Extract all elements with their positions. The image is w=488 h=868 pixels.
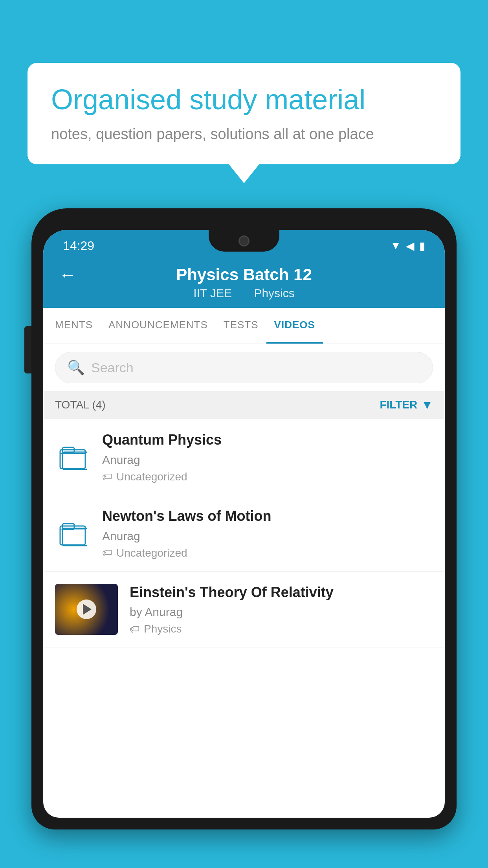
video-tag: 🏷 Uncategorized: [102, 547, 433, 559]
signal-icon: ◀: [406, 239, 415, 252]
list-item[interactable]: Newton's Laws of Motion Anurag 🏷 Uncateg…: [43, 495, 445, 572]
svg-rect-4: [62, 528, 87, 546]
tab-tests[interactable]: TESTS: [216, 308, 266, 344]
tab-announcements[interactable]: ANNOUNCEMENTS: [101, 308, 216, 344]
back-button[interactable]: ←: [59, 265, 76, 285]
video-list: Quantum Physics Anurag 🏷 Uncategorized: [43, 419, 445, 647]
speech-bubble: Organised study material notes, question…: [28, 63, 460, 164]
header-subtitle-iit: IIT JEE: [193, 287, 232, 300]
status-icons: ▼ ◀ ▮: [390, 239, 425, 252]
phone-wrapper: 14:29 ▼ ◀ ▮ ← Physics Batch 12 IIT JEE P…: [31, 208, 457, 868]
phone-frame: 14:29 ▼ ◀ ▮ ← Physics Batch 12 IIT JEE P…: [31, 208, 457, 829]
video-tag: 🏷 Physics: [130, 623, 433, 635]
wifi-icon: ▼: [390, 239, 401, 252]
speech-bubble-container: Organised study material notes, question…: [28, 63, 460, 164]
video-thumbnail: [55, 584, 118, 635]
tag-icon: 🏷: [102, 471, 112, 483]
tag-label: Physics: [144, 623, 182, 635]
tag-icon: 🏷: [130, 623, 140, 635]
filter-icon: ▼: [421, 398, 433, 412]
list-item[interactable]: Quantum Physics Anurag 🏷 Uncategorized: [43, 419, 445, 495]
thumbnail-bg: [55, 584, 118, 635]
video-title: Einstein's Theory Of Relativity: [130, 583, 433, 602]
video-info: Einstein's Theory Of Relativity by Anura…: [130, 583, 433, 636]
folder-icon-wrapper: [55, 437, 90, 476]
header-subtitle-physics: Physics: [254, 287, 294, 300]
tab-videos[interactable]: VIDEOS: [266, 308, 323, 344]
tab-ments[interactable]: MENTS: [47, 308, 101, 344]
video-author: by Anurag: [130, 605, 433, 619]
filter-button[interactable]: FILTER ▼: [380, 398, 433, 412]
tag-label: Uncategorized: [116, 471, 187, 483]
bubble-subtitle: notes, question papers, solutions all at…: [51, 126, 437, 143]
video-info: Quantum Physics Anurag 🏷 Uncategorized: [102, 431, 433, 483]
list-item[interactable]: Einstein's Theory Of Relativity by Anura…: [43, 572, 445, 648]
video-author: Anurag: [102, 453, 433, 467]
search-container: 🔍 Search: [43, 344, 445, 391]
camera: [238, 235, 250, 246]
video-title: Quantum Physics: [102, 431, 433, 449]
folder-icon: [59, 443, 87, 470]
app-header: ← Physics Batch 12 IIT JEE Physics: [43, 257, 445, 308]
filter-bar: TOTAL (4) FILTER ▼: [43, 391, 445, 419]
tabs: MENTS ANNOUNCEMENTS TESTS VIDEOS: [43, 308, 445, 344]
battery-icon: ▮: [419, 239, 425, 252]
folder-icon-wrapper: [55, 513, 90, 553]
video-author: Anurag: [102, 530, 433, 543]
search-placeholder: Search: [91, 360, 134, 375]
header-title: Physics Batch 12: [176, 265, 312, 284]
video-tag: 🏷 Uncategorized: [102, 471, 433, 483]
video-title: Newton's Laws of Motion: [102, 507, 433, 526]
bubble-title: Organised study material: [51, 83, 437, 116]
folder-icon: [59, 520, 87, 546]
play-icon: [83, 604, 92, 615]
notch: [209, 230, 279, 252]
tag-label: Uncategorized: [116, 547, 187, 559]
tag-icon: 🏷: [102, 547, 112, 559]
status-time: 14:29: [63, 239, 94, 253]
video-info: Newton's Laws of Motion Anurag 🏷 Uncateg…: [102, 507, 433, 559]
total-count: TOTAL (4): [55, 399, 106, 411]
filter-label: FILTER: [380, 399, 417, 411]
svg-rect-1: [62, 452, 87, 469]
play-button[interactable]: [77, 600, 96, 619]
header-row: ← Physics Batch 12: [59, 265, 429, 284]
phone-screen: 14:29 ▼ ◀ ▮ ← Physics Batch 12 IIT JEE P…: [43, 230, 445, 818]
search-bar[interactable]: 🔍 Search: [55, 352, 433, 383]
search-icon: 🔍: [67, 359, 85, 376]
header-subtitle: IIT JEE Physics: [189, 287, 299, 300]
